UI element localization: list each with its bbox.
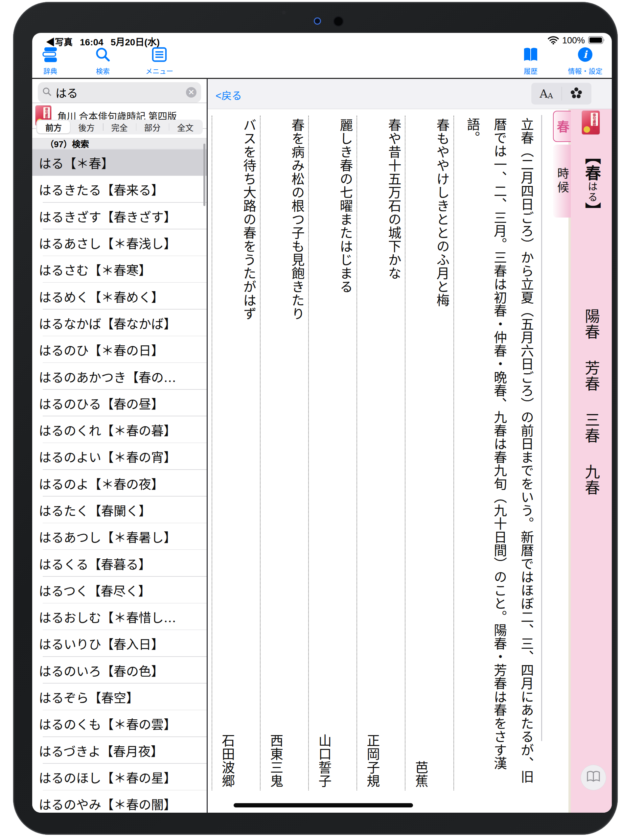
pattern-settings-button[interactable] <box>562 83 592 105</box>
entry-bracket-open: 【 <box>583 149 601 165</box>
result-row-label: はるきざす【春きざす】 <box>39 207 176 225</box>
result-row[interactable]: はるのよ【＊春の夜】 <box>32 470 206 497</box>
font-size-button[interactable]: AA <box>531 83 562 105</box>
result-row[interactable]: はるあつし【＊春暑し】 <box>32 523 206 550</box>
front-camera <box>334 17 343 26</box>
result-row-label: はるのくも【＊春の雲】 <box>39 714 176 732</box>
result-row-label: はるのあかつき【春の… <box>39 368 176 386</box>
tab-season-haru-label: 春 <box>553 120 571 133</box>
toolbar-dictionary-label: 辞典 <box>43 66 57 75</box>
entry-book-cover-icon: 俳句歳時記 <box>582 111 600 135</box>
result-row[interactable]: はるのひる【春の昼】 <box>32 390 206 416</box>
result-row[interactable]: はるのあかつき【春の… <box>32 363 206 389</box>
result-row-label: はるのほし【＊春の星】 <box>39 768 176 786</box>
haiku-author: 正岡子規 <box>366 734 379 788</box>
toolbar-dictionary-button[interactable]: 辞典 <box>32 47 75 75</box>
toolbar-search-label: 検索 <box>96 66 110 75</box>
result-row-label: はるつく【春尽く】 <box>39 581 151 599</box>
result-row[interactable]: はるきたる【春来る】 <box>32 176 206 202</box>
tab-season-haru[interactable]: 春 <box>553 111 571 142</box>
result-row-label: はるおしむ【＊春惜し… <box>39 607 176 626</box>
entry-definition: 立春（二月四日ごろ）から立夏（五月六日ごろ）の前日までをいう。新暦ではほぼ二、三… <box>458 118 540 788</box>
font-size-large-a: A <box>540 87 548 100</box>
haiku-column: 春もややけしきととのふ月と梅芭蕉 <box>405 116 454 790</box>
search-mode-前方[interactable]: 前方 <box>37 121 70 133</box>
result-row[interactable]: はるなかば【春なかば】 <box>32 310 206 336</box>
toolbar-menu-button[interactable]: メニュー <box>135 47 184 75</box>
toolbar-info-settings-label: 情報・設定 <box>568 66 603 75</box>
tab-category-jiko[interactable]: 時候 <box>553 144 571 218</box>
result-row-label: はるいりひ【春入日】 <box>39 634 164 652</box>
result-row[interactable]: はるのよい【＊春の宵】 <box>32 443 206 469</box>
result-row[interactable]: はるくる【春暮る】 <box>32 550 206 576</box>
camera-indicator <box>314 17 321 25</box>
toolbar-history-button[interactable]: 履歴 <box>506 47 555 75</box>
result-row[interactable]: はるたく【春闌く】 <box>32 497 206 523</box>
result-row-label: はるたく【春闌く】 <box>39 501 151 519</box>
content-scroll-line <box>541 115 542 741</box>
search-mode-後方[interactable]: 後方 <box>70 121 103 133</box>
toolbar-history-label: 履歴 <box>524 66 537 75</box>
app-screen: ◀写真 16:04 5月20日(水) 100% 辞典 検索 <box>32 33 612 813</box>
result-row[interactable]: はるめく【＊春めく】 <box>32 282 206 309</box>
home-indicator[interactable] <box>234 803 413 807</box>
search-mode-完全[interactable]: 完全 <box>103 121 136 133</box>
books-stack-icon <box>42 47 59 64</box>
search-mode-全文[interactable]: 全文 <box>169 121 202 133</box>
pane-divider <box>206 78 208 813</box>
result-row[interactable]: はるのくれ【＊春の暮】 <box>32 416 206 443</box>
list-scrollbar[interactable] <box>203 144 205 206</box>
result-row-label: はるづきよ【春月夜】 <box>39 741 163 760</box>
haiku-text: 麗しき春の七曜またはじまる <box>339 118 352 294</box>
return-to-app-button[interactable]: ◀写真 <box>46 35 73 48</box>
related-term: 三春 <box>582 412 600 444</box>
result-row[interactable]: はるきざす【春きざす】 <box>32 203 206 230</box>
haiku-examples: 春もややけしきととのふ月と梅芭蕉春や昔十五万石の城下かな正岡子規麗しき春の七曜ま… <box>211 116 454 790</box>
reader-mode-button[interactable] <box>580 765 606 790</box>
result-row-label: はるなかば【春なかば】 <box>39 314 176 332</box>
result-row-label: はるのひる【春の昼】 <box>39 394 164 412</box>
toolbar-info-settings-button[interactable]: i 情報・設定 <box>560 47 610 75</box>
result-row[interactable]: はるづきよ【春月夜】 <box>32 737 206 764</box>
sensor-dot <box>282 10 286 15</box>
result-row-label: はるのいろ【春の色】 <box>39 661 164 679</box>
clear-search-icon[interactable]: ✕ <box>186 87 197 98</box>
haiku-column: 春を病み松の根つ子も見飽きたり西東三鬼 <box>261 116 309 790</box>
result-row[interactable]: はる【＊春】 <box>32 149 206 176</box>
result-row[interactable]: はるつく【春尽く】 <box>32 577 206 603</box>
result-row-label: はるくる【春暮る】 <box>39 555 151 573</box>
result-row-label: はるぞら【春空】 <box>39 688 139 706</box>
haiku-column: バスを待ち大路の春をうたがはず石田波郷 <box>211 116 261 790</box>
result-row-label: はるのよ【＊春の夜】 <box>39 474 164 492</box>
status-bar-left: ◀写真 16:04 5月20日(水) <box>46 35 160 48</box>
result-count: （97）検索 <box>45 137 89 149</box>
font-size-small-a: A <box>548 92 553 100</box>
toolbar-search-button[interactable]: 検索 <box>78 47 128 75</box>
back-button[interactable]: <戻る <box>216 87 242 102</box>
result-list: はる【＊春】はるきたる【春来る】はるきざす【春きざす】はるあさし【＊春浅し】はる… <box>32 149 206 813</box>
toolbar-menu-label: メニュー <box>146 66 173 75</box>
result-row[interactable]: はるのひ【＊春の日】 <box>32 336 206 363</box>
result-row[interactable]: はるのいろ【春の色】 <box>32 657 206 684</box>
result-row[interactable]: はるぞら【春空】 <box>32 684 206 710</box>
search-icon <box>94 47 111 64</box>
result-row[interactable]: はるのやみ【＊春の闇】 <box>32 790 206 813</box>
result-row[interactable]: はるのほし【＊春の星】 <box>32 764 206 790</box>
result-row[interactable]: はるあさし【＊春浅し】 <box>32 230 206 256</box>
search-mode-部分[interactable]: 部分 <box>136 121 169 133</box>
search-mode-segmented-control: 前方後方完全部分全文 <box>36 120 203 135</box>
result-row-label: はるのひ【＊春の日】 <box>39 340 164 359</box>
result-row-label: はる【＊春】 <box>39 153 114 172</box>
result-row[interactable]: はるのくも【＊春の雲】 <box>32 710 206 737</box>
wifi-icon <box>548 36 559 46</box>
related-term: 陽春 <box>582 308 600 340</box>
result-row[interactable]: はるおしむ【＊春惜し… <box>32 603 206 630</box>
battery-icon <box>588 36 605 46</box>
tab-category-jiko-label: 時候 <box>553 167 570 195</box>
search-query[interactable]: はる <box>56 84 186 100</box>
result-row-label: はるきたる【春来る】 <box>39 180 164 198</box>
haiku-author: 芭蕉 <box>414 761 427 788</box>
search-input[interactable]: はる ✕ <box>38 82 201 103</box>
result-row[interactable]: はるいりひ【春入日】 <box>32 630 206 656</box>
result-row[interactable]: はるさむ【＊春寒】 <box>32 256 206 282</box>
